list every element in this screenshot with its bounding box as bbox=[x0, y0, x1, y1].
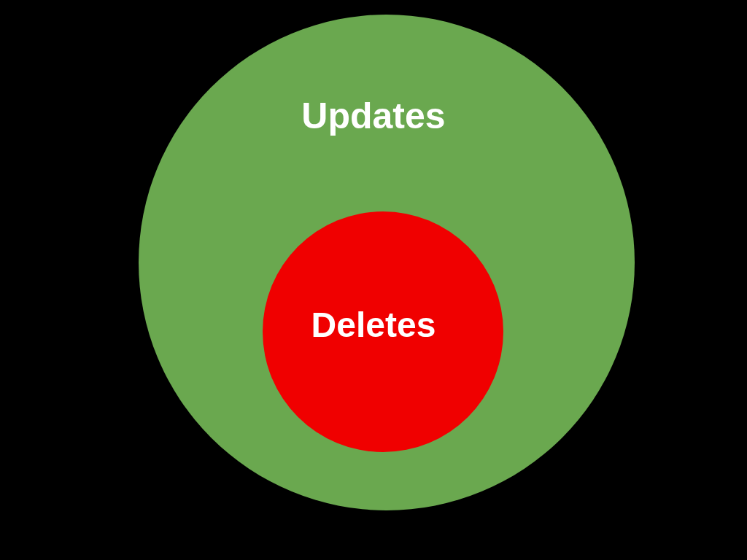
outer-circle-label: Updates bbox=[0, 95, 747, 137]
inner-circle-label: Deletes bbox=[0, 305, 747, 345]
